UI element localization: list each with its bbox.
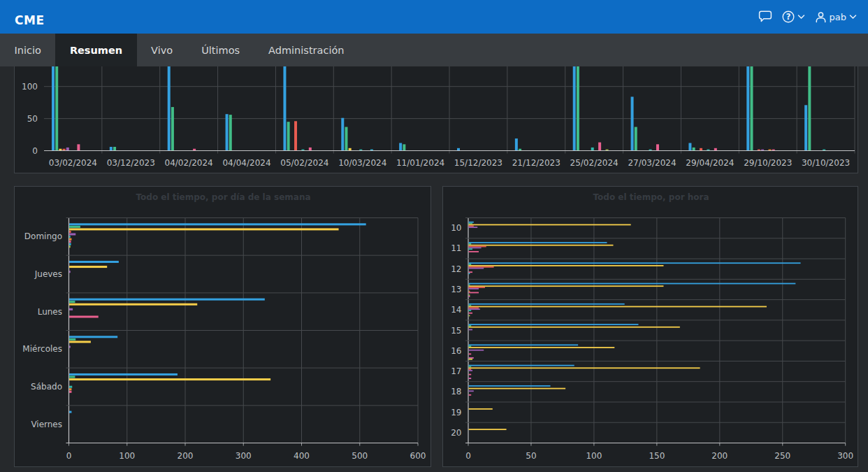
bar-yellow [469, 408, 493, 410]
chart-panel-by-weekday: Todo el tiempo, por día de la semana0100… [14, 186, 431, 467]
tab-inicio[interactable]: Inicio [0, 34, 55, 66]
tick-label: 10/03/2024 [338, 158, 386, 168]
tick-label: 100 [119, 451, 135, 461]
dashboard-page: CME ? [0, 0, 868, 472]
bar-limeyellow [469, 359, 472, 360]
bar-pink [69, 241, 71, 243]
tick-label: 20 [451, 428, 461, 438]
tick-label: 29/04/2024 [686, 158, 734, 168]
bar-orange [69, 388, 71, 390]
tick-label: 18 [451, 387, 461, 396]
bar-green [469, 325, 472, 327]
user-menu[interactable]: pab [815, 11, 857, 23]
bar-blue [69, 336, 117, 338]
bar-blue [469, 283, 796, 285]
bar-blue [341, 118, 344, 151]
bar-green [635, 127, 637, 151]
bar-green [469, 243, 472, 245]
bar-red [294, 121, 297, 150]
bar-lime [469, 315, 470, 317]
bar-green [808, 66, 811, 151]
tick-label: 04/02/2024 [165, 158, 213, 168]
bar-teal [69, 386, 72, 388]
bar-green [55, 66, 58, 151]
tick-label: Viernes [31, 420, 62, 429]
bar-pink [469, 271, 472, 273]
bar-purple [469, 308, 480, 310]
bar-chart-by-hour: Todo el tiempo, por hora0501001502002503… [443, 187, 858, 466]
bar-blue [515, 138, 518, 150]
bar-purple [469, 390, 474, 392]
chat-icon[interactable] [758, 10, 772, 23]
tick-label: 0 [66, 451, 72, 461]
bar-blue [399, 143, 402, 150]
tab-resumen[interactable]: Resumen [55, 34, 136, 66]
tab-vivo[interactable]: Vivo [137, 34, 187, 66]
bar-yellow [469, 327, 680, 328]
bar-pink [69, 315, 99, 317]
bar-blue [631, 96, 634, 150]
bar-purple [469, 329, 472, 331]
bar-pink [469, 394, 472, 396]
bar-purple [469, 227, 478, 228]
bar-green [469, 223, 472, 224]
bar-blue [469, 365, 574, 366]
bar-teal [469, 248, 472, 250]
bar-red [469, 287, 485, 288]
bar-yellow [469, 347, 615, 348]
bar-green [69, 338, 75, 341]
bar-purple [469, 247, 482, 248]
chart-title: Todo el tiempo, por día de la semana [136, 192, 310, 202]
tick-label: 29/10/2023 [744, 158, 792, 168]
bar-pink [469, 313, 472, 314]
chart-panel-by-hour: Todo el tiempo, por hora0501001502002503… [442, 186, 858, 467]
bar-green [577, 66, 579, 151]
bar-chart-by-weekday: Todo el tiempo, por día de la semana0100… [15, 187, 431, 466]
bar-green [345, 127, 347, 151]
bar-teal [591, 148, 594, 151]
bar-yellow [469, 306, 767, 308]
tick-label: 19 [451, 408, 461, 417]
bar-blue [469, 324, 639, 325]
user-icon [815, 11, 827, 23]
tick-label: 27/03/2024 [628, 158, 676, 168]
bar-blue [52, 66, 55, 151]
tab-ultimos[interactable]: Últimos [187, 34, 254, 66]
tick-label: 11 [451, 243, 461, 253]
bar-yellow [469, 388, 566, 389]
bar-green [69, 301, 75, 303]
bar-magenta [469, 378, 472, 379]
tick-label: 13 [451, 285, 461, 294]
bar-purple [66, 148, 69, 151]
bar-yellow [469, 367, 700, 369]
bar-blue [69, 223, 366, 225]
tick-label: 12 [451, 264, 461, 274]
tick-label: 15/12/2023 [454, 158, 502, 168]
bar-pink [77, 144, 80, 150]
bar-green [403, 144, 405, 150]
chevron-down-icon [849, 14, 857, 20]
tick-label: 0 [32, 146, 38, 156]
bar-blue [69, 299, 265, 301]
bar-pink [69, 391, 71, 393]
bar-red [469, 266, 494, 268]
bar-yellow [469, 245, 614, 246]
tick-label: 25/02/2024 [570, 158, 619, 168]
bar-chart-by-date: 05010003/02/202403/12/202304/02/202404/0… [15, 66, 858, 173]
chevron-down-icon [797, 14, 805, 20]
tick-label: Miércoles [22, 344, 62, 354]
help-menu[interactable]: ? [782, 10, 805, 23]
tick-label: 0 [465, 451, 471, 461]
bar-blue [226, 114, 229, 150]
tab-administracion[interactable]: Administración [254, 34, 359, 66]
username-label: pab [830, 12, 846, 22]
bar-blue [469, 303, 625, 305]
bar-pink [656, 144, 659, 150]
tick-label: 16 [451, 346, 461, 356]
tick-label: 04/04/2024 [222, 158, 270, 168]
bar-blue [69, 411, 71, 413]
bar-blue [688, 143, 691, 150]
tick-label: 11/01/2024 [396, 158, 444, 168]
tick-label: 10 [451, 223, 461, 233]
bar-purple [69, 271, 71, 273]
